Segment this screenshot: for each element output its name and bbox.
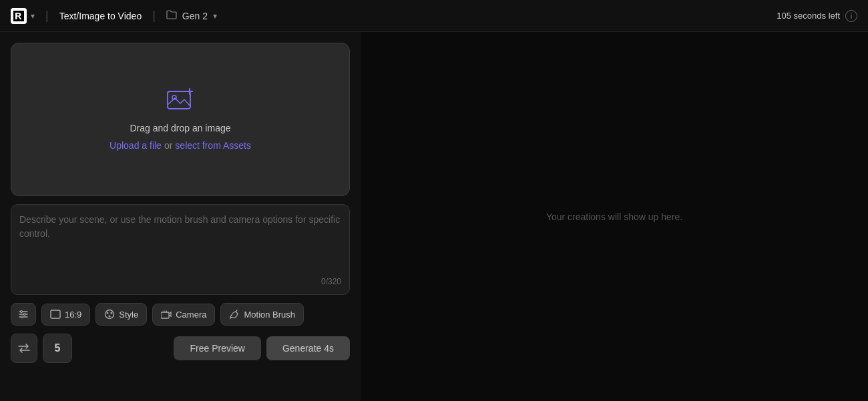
free-preview-button[interactable]: Free Preview <box>174 336 260 360</box>
brand-icon <box>11 8 27 24</box>
left-panel: Drag and drop an image Upload a file or … <box>0 32 361 401</box>
creations-empty-label: Your creations will show up here. <box>546 212 682 222</box>
nav-mode-label: Text/Image to Video <box>59 11 142 21</box>
duration-number[interactable]: 5 <box>43 334 72 363</box>
drop-zone-links: Upload a file or select from Assets <box>110 140 251 151</box>
aspect-ratio-icon <box>50 310 61 319</box>
brand-chevron-icon: ▾ <box>31 11 35 21</box>
svg-point-15 <box>109 316 111 318</box>
tool-buttons: 16:9 Style Camera <box>11 303 350 326</box>
action-row: 5 Free Preview Generate 4s <box>11 334 350 363</box>
prompt-container: 0/320 <box>11 204 350 295</box>
svg-point-9 <box>24 314 26 316</box>
project-label: Gen 2 <box>182 11 208 21</box>
project-chevron-icon: ▾ <box>213 11 217 21</box>
seconds-left-label: 105 seconds left <box>777 11 840 21</box>
main-layout: Drag and drop an image Upload a file or … <box>0 32 868 401</box>
nav-mode[interactable]: Text/Image to Video <box>59 11 142 21</box>
settings-icon <box>18 309 29 320</box>
swap-button[interactable] <box>11 334 37 363</box>
project-selector[interactable]: Gen 2 ▾ <box>166 10 217 21</box>
svg-rect-1 <box>168 91 190 109</box>
style-button[interactable]: Style <box>95 303 147 326</box>
camera-label: Camera <box>176 310 206 320</box>
prompt-counter: 0/320 <box>19 277 341 286</box>
image-upload-icon <box>167 88 194 116</box>
generate-button[interactable]: Generate 4s <box>266 336 350 360</box>
brand-logo[interactable]: ▾ <box>11 8 35 24</box>
drop-zone[interactable]: Drag and drop an image Upload a file or … <box>11 43 350 196</box>
drop-zone-main-text: Drag and drop an image <box>130 123 231 133</box>
camera-button[interactable]: Camera <box>152 304 215 326</box>
aspect-ratio-button[interactable]: 16:9 <box>41 304 90 326</box>
prompt-textarea[interactable] <box>19 213 341 273</box>
top-bar-right: 105 seconds left i <box>777 10 857 22</box>
svg-point-14 <box>111 312 113 314</box>
svg-point-10 <box>21 316 23 318</box>
top-bar-left: ▾ | Text/Image to Video | Gen 2 ▾ <box>11 8 217 24</box>
nav-separator: | <box>45 9 49 23</box>
motion-brush-label: Motion Brush <box>244 310 295 320</box>
style-icon <box>104 309 115 320</box>
aspect-ratio-label: 16:9 <box>65 310 81 320</box>
folder-icon <box>166 10 177 21</box>
or-text: or <box>164 140 172 151</box>
motion-brush-button[interactable]: Motion Brush <box>220 303 304 326</box>
swap-icon <box>18 344 30 353</box>
motion-brush-icon <box>229 309 240 320</box>
svg-point-8 <box>21 311 23 313</box>
style-label: Style <box>119 310 138 320</box>
nav-separator-2: | <box>152 9 156 23</box>
info-icon[interactable]: i <box>845 10 857 22</box>
svg-point-13 <box>107 312 109 314</box>
camera-icon <box>161 310 172 319</box>
svg-rect-11 <box>51 310 60 318</box>
right-panel: Your creations will show up here. <box>361 32 868 401</box>
top-bar: ▾ | Text/Image to Video | Gen 2 ▾ 105 se… <box>0 0 868 32</box>
select-assets-link[interactable]: select from Assets <box>175 140 251 151</box>
upload-file-link[interactable]: Upload a file <box>110 140 162 151</box>
svg-point-12 <box>105 310 114 319</box>
settings-button[interactable] <box>11 303 36 326</box>
